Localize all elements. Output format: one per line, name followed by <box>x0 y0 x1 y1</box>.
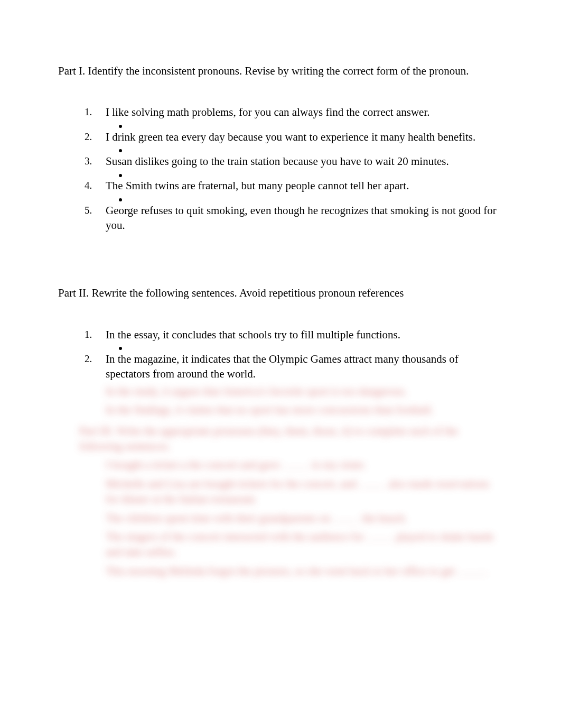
obscured-text: Michelle and Lisa are bought tickets for… <box>106 477 357 490</box>
obscured-item: In the findings, it claims that no sport… <box>85 402 503 418</box>
obscured-item: Michelle and Lisa are bought tickets for… <box>85 476 503 508</box>
item-text: In the magazine, it indicates that the O… <box>106 353 459 380</box>
part1-item: 5. George refuses to quit smoking, even … <box>85 203 503 233</box>
blank-line <box>367 533 393 540</box>
item-number: 3. <box>85 154 92 168</box>
obscured-text: to my sister. <box>312 458 366 471</box>
obscured-text: In the findings, it claims that no sport… <box>106 403 434 416</box>
part2-list: 1. In the essay, it concludes that schoo… <box>58 327 503 382</box>
item-text: In the essay, it concludes that schools … <box>106 328 400 341</box>
answer-bullet <box>106 193 503 201</box>
obscured-text: The children spent time with their grand… <box>106 512 330 524</box>
item-text: The Smith twins are fraternal, but many … <box>106 179 409 192</box>
obscured-text: The singers of the concert interacted wi… <box>106 530 364 543</box>
obscured-item: The singers of the concert interacted wi… <box>85 529 503 560</box>
blank-line <box>333 514 359 522</box>
part1-item: 1. I like solving math problems, for you… <box>85 105 503 127</box>
item-text: George refuses to quit smoking, even tho… <box>106 204 497 232</box>
item-number: 5. <box>85 204 92 217</box>
obscured-item: I bought a ticket a the concert and gave… <box>85 457 503 473</box>
obscured-text: I bought a ticket a the concert and gave <box>106 458 280 471</box>
blank-line <box>283 461 309 468</box>
part2-item: 2. In the magazine, it indicates that th… <box>85 352 503 382</box>
part1-heading: Part I. Identify the inconsistent pronou… <box>58 63 503 78</box>
item-number: 1. <box>85 105 92 119</box>
answer-bullet <box>106 169 503 176</box>
item-text: I like solving math problems, for you ca… <box>106 106 430 118</box>
item-number: 2. <box>85 352 92 366</box>
blank-line <box>457 567 484 575</box>
answer-bullet <box>106 120 503 127</box>
obscured-text: In the study, it argues that America's f… <box>106 385 407 398</box>
obscured-item: This morning Melinda forgot the pictures… <box>85 564 503 579</box>
part1-item: 4. The Smith twins are fraternal, but ma… <box>85 178 503 200</box>
obscured-text: the beach. <box>362 512 407 524</box>
obscured-item: In the study, it argues that America's f… <box>85 384 503 399</box>
blank-line <box>359 480 386 487</box>
answer-bullet <box>106 144 503 152</box>
item-text: I drink green tea every day because you … <box>106 131 475 143</box>
item-text: Susan dislikes going to the train statio… <box>106 155 449 168</box>
obscured-text: This morning Melinda forgot the pictures… <box>106 565 455 577</box>
answer-bullet <box>106 342 503 349</box>
part1-item: 3. Susan dislikes going to the train sta… <box>85 154 503 176</box>
part1-list: 1. I like solving math problems, for you… <box>58 105 503 233</box>
item-number: 4. <box>85 179 92 192</box>
item-number: 2. <box>85 130 92 144</box>
part2-item: 1. In the essay, it concludes that schoo… <box>85 327 503 349</box>
part2-heading: Part II. Rewrite the following sentences… <box>58 285 503 300</box>
part1-item: 2. I drink green tea every day because y… <box>85 130 503 152</box>
obscured-item: The children spent time with their grand… <box>85 511 503 526</box>
obscured-part3-heading: Part III. Write the appropriate pronouns… <box>58 423 503 455</box>
obscured-content: In the study, it argues that America's f… <box>58 384 503 579</box>
item-number: 1. <box>85 328 92 342</box>
